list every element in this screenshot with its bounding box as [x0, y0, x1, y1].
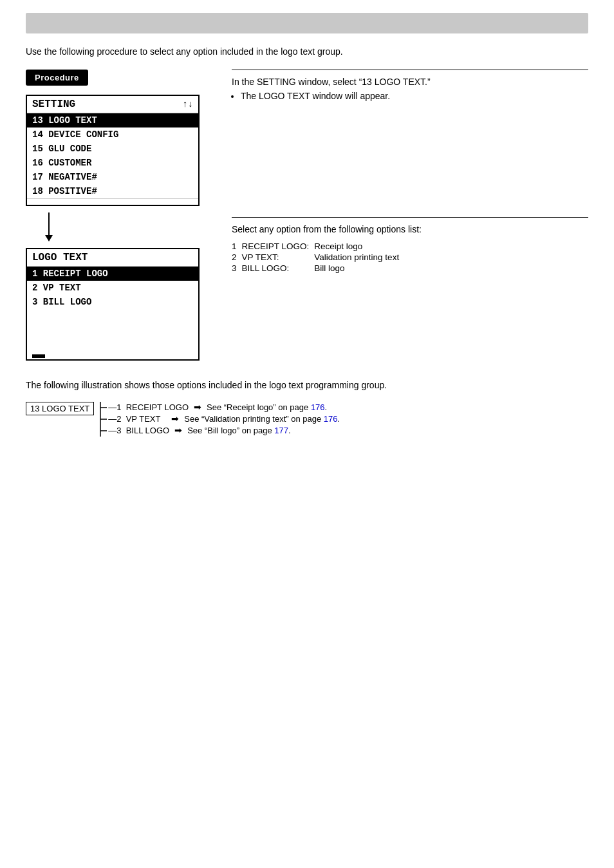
arrow-tip [45, 235, 53, 241]
screen2-cursor [32, 354, 45, 358]
option-1-num: 1 [232, 241, 242, 252]
tree-item-3: —3 BILL LOGO ➡ See “Bill logo” on page 1… [108, 425, 340, 435]
tree-lines-svg [94, 402, 107, 437]
screen2-header: LOGO TEXT [27, 249, 198, 267]
left-column: Procedure SETTING ↑↓ 13 LOGO TEXT 14 DEV… [26, 70, 219, 361]
branch3-label: —3 BILL LOGO [108, 426, 169, 435]
screen2-item-1: 2 VP TEXT [27, 281, 198, 295]
branch1-page: 176 [311, 402, 325, 412]
screen1-arrows: ↑↓ [182, 99, 193, 109]
option-2-key: VP TEXT: [242, 252, 315, 263]
branch3-arrow: ➡ [174, 425, 182, 435]
option-row-1: 1 RECEIPT LOGO: Receipt logo [232, 241, 404, 252]
bottom-section: The following illustration shows those o… [26, 380, 588, 437]
screen2-box: LOGO TEXT 1 RECEIPT LOGO 2 VP TEXT 3 BIL… [26, 248, 200, 361]
branch1-link: See “Receipt logo” on page 176. [207, 402, 327, 412]
intro-text: Use the following procedure to select an… [26, 46, 588, 57]
tree-item-2: —2 VP TEXT ➡ See “Validation printing te… [108, 413, 340, 424]
branch1-arrow: ➡ [194, 402, 201, 412]
branch1-label: —1 RECEIPT LOGO [108, 402, 189, 412]
option-1-value: Receipt logo [314, 241, 404, 252]
screen1-item-0: 13 LOGO TEXT [27, 113, 198, 127]
screen2-wrapper: LOGO TEXT 1 RECEIPT LOGO 2 VP TEXT 3 BIL… [26, 248, 219, 361]
tree-items: —1 RECEIPT LOGO ➡ See “Receipt logo” on … [108, 402, 340, 435]
tree-root-box: 13 LOGO TEXT [26, 402, 94, 415]
screen2-item-2: 3 BILL LOGO [27, 295, 198, 309]
options-table: 1 RECEIPT LOGO: Receipt logo 2 VP TEXT: … [232, 241, 404, 274]
branch2-page: 176 [324, 414, 338, 424]
branch2-arrow: ➡ [171, 413, 179, 424]
screen1-item-4: 17 NEGATIVE# [27, 170, 198, 184]
right1-bullets: The LOGO TEXT window will appear. [232, 91, 588, 101]
main-content: Procedure SETTING ↑↓ 13 LOGO TEXT 14 DEV… [26, 70, 588, 361]
branch2-link: See “Validation printing text” on page 1… [184, 414, 340, 424]
option-1-key: RECEIPT LOGO: [242, 241, 315, 252]
right-column: In the SETTING window, select “13 LOGO T… [219, 70, 588, 361]
header-bar [26, 13, 588, 33]
tree-structure: —1 RECEIPT LOGO ➡ See “Receipt logo” on … [94, 402, 340, 437]
option-3-value: Bill logo [314, 263, 404, 274]
right1-line1: In the SETTING window, select “13 LOGO T… [232, 77, 588, 87]
screen2-item-spacer3 [27, 337, 198, 352]
tree-diagram: 13 LOGO TEXT —1 REC [26, 399, 588, 437]
screen1-item-5: 18 POSITIVE# [27, 184, 198, 198]
screen1-box: SETTING ↑↓ 13 LOGO TEXT 14 DEVICE CONFIG… [26, 95, 200, 206]
screen2-item-spacer1 [27, 309, 198, 323]
bottom-intro: The following illustration shows those o… [26, 380, 588, 390]
screen1-footer [27, 198, 198, 205]
tree-item-1: —1 RECEIPT LOGO ➡ See “Receipt logo” on … [108, 402, 340, 412]
procedure-badge: Procedure [26, 70, 88, 86]
option-2-value: Validation printing text [314, 252, 404, 263]
arrow-line [48, 212, 50, 235]
right-section-1: In the SETTING window, select “13 LOGO T… [232, 70, 588, 101]
screen1-title: SETTING [32, 99, 75, 110]
screen2-title: LOGO TEXT [32, 252, 88, 263]
screen1-item-1: 14 DEVICE CONFIG [27, 127, 198, 142]
option-row-3: 3 BILL LOGO: Bill logo [232, 263, 404, 274]
screen2-item-0: 1 RECEIPT LOGO [27, 267, 198, 281]
option-3-key: BILL LOGO: [242, 263, 315, 274]
branch3-page: 177 [274, 426, 288, 435]
right2-title: Select any option from the following opt… [232, 224, 588, 234]
screen2-item-spacer2 [27, 323, 198, 337]
option-3-num: 3 [232, 263, 242, 274]
page-container: Use the following procedure to select an… [0, 0, 614, 868]
branch2-label: —2 VP TEXT [108, 414, 166, 424]
screen1-item-2: 15 GLU CODE [27, 142, 198, 156]
screen1-item-3: 16 CUSTOMER [27, 156, 198, 170]
right-section-2: Select any option from the following opt… [232, 217, 588, 274]
option-row-2: 2 VP TEXT: Validation printing text [232, 252, 404, 263]
screen1-header: SETTING ↑↓ [27, 96, 198, 113]
options-list: 1 RECEIPT LOGO: Receipt logo 2 VP TEXT: … [232, 241, 588, 274]
right1-bullet1: The LOGO TEXT window will appear. [241, 91, 588, 101]
option-2-num: 2 [232, 252, 242, 263]
arrow-down-container [26, 212, 219, 241]
arrow-down [45, 212, 53, 241]
branch3-link: See “Bill logo” on page 177. [187, 426, 290, 435]
